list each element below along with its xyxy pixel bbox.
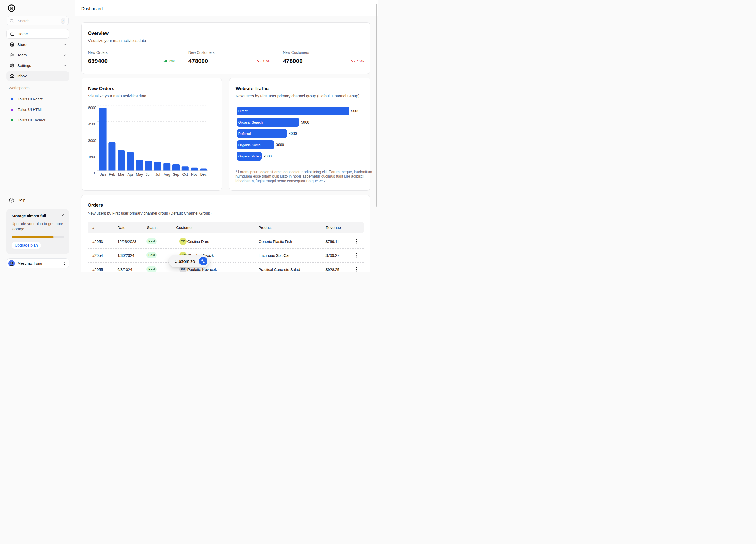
svg-text:Apr: Apr: [127, 172, 133, 177]
svg-text:Sep: Sep: [173, 172, 179, 177]
svg-text:Nov: Nov: [191, 172, 197, 177]
svg-text:Jan: Jan: [100, 172, 106, 177]
svg-text:6000: 6000: [88, 106, 96, 110]
svg-text:Aug: Aug: [164, 172, 170, 177]
svg-text:Jul: Jul: [155, 172, 160, 177]
svg-text:0: 0: [94, 171, 96, 175]
svg-text:Mar: Mar: [118, 172, 124, 177]
svg-text:4500: 4500: [88, 122, 96, 126]
svg-text:Jun: Jun: [146, 172, 152, 177]
svg-text:Dec: Dec: [200, 172, 207, 177]
svg-text:3000: 3000: [88, 138, 96, 143]
svg-text:1500: 1500: [88, 155, 96, 159]
svg-text:May: May: [136, 172, 143, 177]
svg-text:Oct: Oct: [182, 172, 188, 177]
svg-text:Feb: Feb: [109, 172, 115, 177]
